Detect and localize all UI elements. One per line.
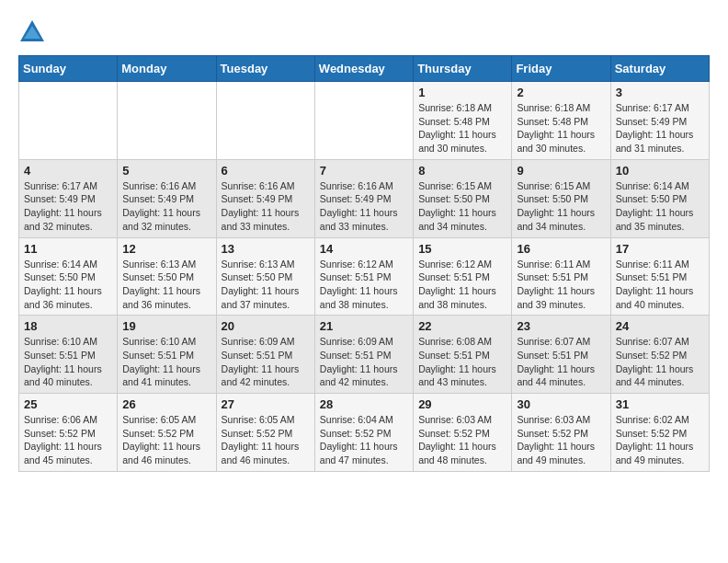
day-number: 16 — [517, 242, 605, 256]
day-info: Sunrise: 6:18 AM Sunset: 5:48 PM Dayligh… — [418, 101, 506, 155]
day-cell: 22Sunrise: 6:08 AM Sunset: 5:51 PM Dayli… — [414, 316, 512, 394]
week-row-2: 11Sunrise: 6:14 AM Sunset: 5:50 PM Dayli… — [19, 237, 710, 316]
day-number: 8 — [418, 164, 506, 178]
day-cell: 12Sunrise: 6:13 AM Sunset: 5:50 PM Dayli… — [118, 237, 216, 316]
day-info: Sunrise: 6:18 AM Sunset: 5:48 PM Dayligh… — [517, 101, 605, 155]
day-info: Sunrise: 6:11 AM Sunset: 5:51 PM Dayligh… — [616, 258, 704, 312]
week-row-0: 1Sunrise: 6:18 AM Sunset: 5:48 PM Daylig… — [19, 82, 710, 160]
day-cell: 21Sunrise: 6:09 AM Sunset: 5:51 PM Dayli… — [314, 316, 413, 394]
day-number: 17 — [616, 242, 704, 256]
day-info: Sunrise: 6:08 AM Sunset: 5:51 PM Dayligh… — [418, 335, 506, 389]
day-cell: 28Sunrise: 6:04 AM Sunset: 5:52 PM Dayli… — [314, 394, 413, 472]
day-number: 21 — [320, 319, 408, 333]
day-info: Sunrise: 6:13 AM Sunset: 5:50 PM Dayligh… — [122, 258, 210, 312]
day-info: Sunrise: 6:17 AM Sunset: 5:49 PM Dayligh… — [616, 101, 704, 155]
day-info: Sunrise: 6:09 AM Sunset: 5:51 PM Dayligh… — [222, 335, 310, 389]
day-cell: 11Sunrise: 6:14 AM Sunset: 5:50 PM Dayli… — [19, 237, 118, 316]
day-cell: 16Sunrise: 6:11 AM Sunset: 5:51 PM Dayli… — [512, 237, 610, 316]
day-info: Sunrise: 6:02 AM Sunset: 5:52 PM Dayligh… — [616, 413, 704, 467]
day-cell: 18Sunrise: 6:10 AM Sunset: 5:51 PM Dayli… — [19, 316, 118, 394]
day-info: Sunrise: 6:03 AM Sunset: 5:52 PM Dayligh… — [418, 413, 506, 467]
day-number: 30 — [517, 397, 605, 411]
day-cell: 8Sunrise: 6:15 AM Sunset: 5:50 PM Daylig… — [414, 159, 512, 237]
day-number: 2 — [517, 86, 605, 99]
day-cell: 13Sunrise: 6:13 AM Sunset: 5:50 PM Dayli… — [216, 237, 314, 316]
calendar-table: SundayMondayTuesdayWednesdayThursdayFrid… — [18, 55, 710, 472]
day-number: 3 — [616, 86, 704, 99]
day-number: 7 — [320, 164, 408, 178]
day-number: 24 — [616, 319, 704, 333]
day-cell: 6Sunrise: 6:16 AM Sunset: 5:49 PM Daylig… — [216, 159, 314, 237]
day-number: 4 — [24, 164, 112, 178]
day-cell: 14Sunrise: 6:12 AM Sunset: 5:51 PM Dayli… — [314, 237, 413, 316]
day-cell: 4Sunrise: 6:17 AM Sunset: 5:49 PM Daylig… — [19, 159, 118, 237]
day-cell: 10Sunrise: 6:14 AM Sunset: 5:50 PM Dayli… — [610, 159, 709, 237]
logo — [18, 18, 50, 46]
day-info: Sunrise: 6:16 AM Sunset: 5:49 PM Dayligh… — [320, 179, 408, 234]
day-info: Sunrise: 6:16 AM Sunset: 5:49 PM Dayligh… — [122, 179, 210, 234]
day-number: 10 — [616, 164, 704, 178]
day-number: 26 — [122, 397, 210, 411]
day-cell — [314, 82, 413, 160]
day-number: 11 — [24, 242, 112, 256]
day-info: Sunrise: 6:14 AM Sunset: 5:50 PM Dayligh… — [616, 179, 704, 234]
day-number: 29 — [418, 397, 506, 411]
logo-icon — [18, 18, 46, 46]
day-info: Sunrise: 6:05 AM Sunset: 5:52 PM Dayligh… — [122, 413, 210, 467]
day-cell: 30Sunrise: 6:03 AM Sunset: 5:52 PM Dayli… — [512, 394, 610, 472]
day-cell: 26Sunrise: 6:05 AM Sunset: 5:52 PM Dayli… — [118, 394, 216, 472]
day-cell: 29Sunrise: 6:03 AM Sunset: 5:52 PM Dayli… — [414, 394, 512, 472]
header-friday: Friday — [512, 56, 610, 82]
day-info: Sunrise: 6:03 AM Sunset: 5:52 PM Dayligh… — [517, 413, 605, 467]
header-wednesday: Wednesday — [314, 56, 413, 82]
day-number: 14 — [320, 242, 408, 256]
day-cell: 2Sunrise: 6:18 AM Sunset: 5:48 PM Daylig… — [512, 82, 610, 160]
day-number: 23 — [517, 319, 605, 333]
day-info: Sunrise: 6:10 AM Sunset: 5:51 PM Dayligh… — [122, 335, 210, 389]
day-cell: 1Sunrise: 6:18 AM Sunset: 5:48 PM Daylig… — [414, 82, 512, 160]
day-number: 18 — [24, 319, 112, 333]
day-info: Sunrise: 6:13 AM Sunset: 5:50 PM Dayligh… — [222, 258, 310, 312]
day-number: 15 — [418, 242, 506, 256]
day-cell — [19, 82, 118, 160]
day-cell: 24Sunrise: 6:07 AM Sunset: 5:52 PM Dayli… — [610, 316, 709, 394]
day-info: Sunrise: 6:05 AM Sunset: 5:52 PM Dayligh… — [222, 413, 310, 467]
day-cell: 3Sunrise: 6:17 AM Sunset: 5:49 PM Daylig… — [610, 82, 709, 160]
day-number: 20 — [222, 319, 310, 333]
day-cell: 25Sunrise: 6:06 AM Sunset: 5:52 PM Dayli… — [19, 394, 118, 472]
day-number: 28 — [320, 397, 408, 411]
header-saturday: Saturday — [610, 56, 709, 82]
day-number: 13 — [222, 242, 310, 256]
day-info: Sunrise: 6:07 AM Sunset: 5:52 PM Dayligh… — [616, 335, 704, 389]
day-number: 22 — [418, 319, 506, 333]
day-number: 12 — [122, 242, 210, 256]
day-number: 6 — [222, 164, 310, 178]
day-info: Sunrise: 6:15 AM Sunset: 5:50 PM Dayligh… — [418, 179, 506, 234]
day-info: Sunrise: 6:09 AM Sunset: 5:51 PM Dayligh… — [320, 335, 408, 389]
day-info: Sunrise: 6:16 AM Sunset: 5:49 PM Dayligh… — [222, 179, 310, 234]
day-number: 19 — [122, 319, 210, 333]
header-monday: Monday — [118, 56, 216, 82]
day-cell: 7Sunrise: 6:16 AM Sunset: 5:49 PM Daylig… — [314, 159, 413, 237]
day-number: 25 — [24, 397, 112, 411]
week-row-3: 18Sunrise: 6:10 AM Sunset: 5:51 PM Dayli… — [19, 316, 710, 394]
day-cell: 31Sunrise: 6:02 AM Sunset: 5:52 PM Dayli… — [610, 394, 709, 472]
day-info: Sunrise: 6:12 AM Sunset: 5:51 PM Dayligh… — [320, 258, 408, 312]
day-cell — [216, 82, 314, 160]
day-number: 31 — [616, 397, 704, 411]
day-number: 5 — [122, 164, 210, 178]
day-number: 1 — [418, 86, 506, 99]
header-sunday: Sunday — [19, 56, 118, 82]
day-cell: 20Sunrise: 6:09 AM Sunset: 5:51 PM Dayli… — [216, 316, 314, 394]
day-info: Sunrise: 6:11 AM Sunset: 5:51 PM Dayligh… — [517, 258, 605, 312]
day-info: Sunrise: 6:06 AM Sunset: 5:52 PM Dayligh… — [24, 413, 112, 467]
day-info: Sunrise: 6:14 AM Sunset: 5:50 PM Dayligh… — [24, 258, 112, 312]
day-info: Sunrise: 6:07 AM Sunset: 5:51 PM Dayligh… — [517, 335, 605, 389]
week-row-1: 4Sunrise: 6:17 AM Sunset: 5:49 PM Daylig… — [19, 159, 710, 237]
header-tuesday: Tuesday — [216, 56, 314, 82]
day-cell: 19Sunrise: 6:10 AM Sunset: 5:51 PM Dayli… — [118, 316, 216, 394]
day-cell: 15Sunrise: 6:12 AM Sunset: 5:51 PM Dayli… — [414, 237, 512, 316]
day-info: Sunrise: 6:12 AM Sunset: 5:51 PM Dayligh… — [418, 258, 506, 312]
day-info: Sunrise: 6:17 AM Sunset: 5:49 PM Dayligh… — [24, 179, 112, 234]
week-row-4: 25Sunrise: 6:06 AM Sunset: 5:52 PM Dayli… — [19, 394, 710, 472]
